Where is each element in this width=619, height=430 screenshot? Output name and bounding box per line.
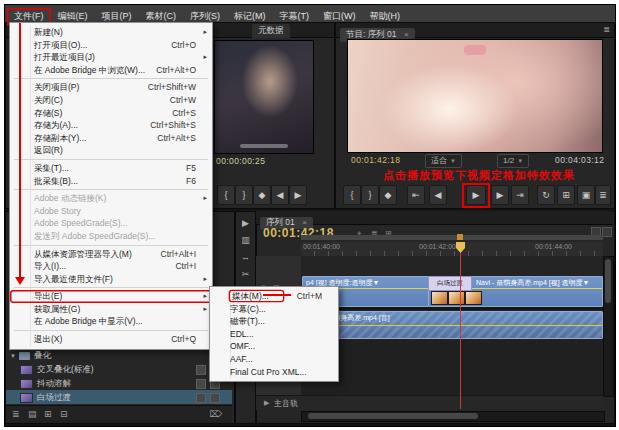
menu-item[interactable]: 返回(R) bbox=[10, 144, 212, 157]
menu-bar-item[interactable]: 窗口(W) bbox=[316, 8, 363, 25]
expand-icon[interactable]: ▼ bbox=[10, 353, 16, 359]
menu-item[interactable]: 导入最近使用文件(F) ▸ bbox=[10, 273, 212, 286]
menu-item-label: 磁带(T)... bbox=[230, 316, 265, 326]
audio-clip[interactable]: Navi - 最萌身高差.mp4 [音] bbox=[302, 311, 603, 339]
menu-item[interactable]: 在 Adobe Bridge 中显示(V)... bbox=[10, 315, 212, 328]
list-item[interactable]: 抖动溶解 bbox=[6, 376, 232, 390]
source-step-back-button[interactable]: ◀ bbox=[271, 185, 289, 205]
panel-menu-icon[interactable]: ≣ bbox=[603, 25, 610, 34]
time-ruler[interactable]: 00:01:40:00 00:01:42:00 00:01:44:00 bbox=[301, 242, 603, 257]
go-to-out-button[interactable]: ⇥ bbox=[511, 185, 529, 205]
menu-item[interactable]: Final Cut Pro XML... bbox=[210, 366, 338, 379]
menu-item[interactable]: 获取属性(G) ▸ bbox=[10, 303, 212, 316]
menu-item-shortcut: Ctrl+Shift+S bbox=[150, 119, 196, 132]
work-area-bar[interactable] bbox=[301, 235, 603, 240]
export-submenu: 媒体(M)... Ctrl+M 字幕(C)... 磁带(T)... EDL...… bbox=[209, 286, 339, 382]
menu-item[interactable]: 关闭项目(P) Ctrl+Shift+W bbox=[10, 81, 212, 94]
menu-bar-item[interactable]: 字幕(T) bbox=[273, 8, 317, 25]
menu-item[interactable]: 关闭(C) Ctrl+W bbox=[10, 94, 212, 107]
menu-item[interactable]: 导出(E) ▸ bbox=[10, 290, 212, 303]
menu-item[interactable]: 退出(X) Ctrl+Q bbox=[10, 333, 212, 346]
menu-item[interactable]: Adobe Story bbox=[10, 205, 212, 218]
menu-item[interactable]: 发送到 Adobe SpeedGrade(S)... bbox=[10, 230, 212, 243]
export-frame-button[interactable]: ▣ bbox=[577, 185, 595, 205]
program-timecode[interactable]: 00:01:42:18 bbox=[351, 155, 400, 165]
add-marker-button[interactable]: ◆ bbox=[379, 185, 397, 205]
menu-item[interactable]: Adobe 动态链接(K) ▸ bbox=[10, 192, 212, 205]
subtitle-smudge bbox=[240, 144, 288, 148]
mark-out-button[interactable]: } bbox=[361, 185, 379, 205]
loop-button[interactable]: ↻ bbox=[537, 185, 555, 205]
menu-item[interactable]: 在 Adobe Bridge 中浏览(W)... Ctrl+Alt+O bbox=[10, 64, 212, 77]
source-mark-out-button[interactable]: } bbox=[235, 185, 253, 205]
item-label: 白场过渡 bbox=[37, 392, 71, 402]
menu-item[interactable]: 存储副本(Y)... Ctrl+Alt+S bbox=[10, 132, 212, 145]
source-add-marker-button[interactable]: ◆ bbox=[253, 185, 271, 205]
new-item-icon[interactable]: ⊟ bbox=[60, 409, 68, 419]
source-play-button[interactable]: ▶ bbox=[289, 185, 307, 205]
menu-item[interactable]: Adobe SpeedGrade(S)... bbox=[10, 217, 212, 230]
mark-in-button[interactable]: { bbox=[343, 185, 361, 205]
track-empty-lane bbox=[301, 338, 603, 396]
program-video-preview bbox=[347, 39, 603, 153]
go-to-in-button[interactable]: ⇤ bbox=[407, 185, 425, 205]
volume-rubber-band[interactable] bbox=[303, 325, 602, 326]
menu-item[interactable]: 导入(I)... Ctrl+I bbox=[10, 260, 212, 273]
horizontal-scrollbar[interactable] bbox=[301, 411, 605, 422]
menu-item[interactable]: 打开最近项目(J) ▸ bbox=[10, 51, 212, 64]
tab-metadata[interactable]: 元数据 bbox=[252, 24, 290, 38]
menu-item[interactable]: AAF... bbox=[210, 353, 338, 366]
scrollbar-thumb[interactable] bbox=[308, 413, 478, 419]
menu-bar-item[interactable]: 帮助(H) bbox=[363, 8, 408, 25]
program-tabstrip: 节目: 序列 01 × ≣ bbox=[336, 23, 614, 38]
vertical-scrollbar[interactable] bbox=[603, 256, 614, 397]
scrollbar-thumb[interactable] bbox=[605, 259, 611, 303]
sequence-marker[interactable] bbox=[457, 234, 463, 240]
transition-clip[interactable]: 白场过渡 bbox=[428, 276, 472, 291]
fit-dropdown[interactable]: 适合▼ bbox=[425, 154, 462, 168]
ripple-edit-tool[interactable]: ↔ bbox=[236, 252, 255, 262]
menu-item[interactable]: 采集(T)... F5 bbox=[10, 162, 212, 175]
close-icon[interactable]: × bbox=[404, 30, 409, 39]
menu-item[interactable]: 批采集(B)... F6 bbox=[10, 175, 212, 188]
track-select-tool[interactable]: ▥ bbox=[236, 235, 255, 245]
menu-item-label: 在 Adobe Bridge 中浏览(W)... bbox=[34, 65, 145, 75]
submenu-arrow-icon: ▸ bbox=[203, 273, 207, 286]
step-back-button[interactable]: ◀ bbox=[429, 185, 447, 205]
selection-tool[interactable]: ▶ bbox=[236, 218, 255, 228]
menu-item[interactable]: 新建(N) ▸ bbox=[10, 26, 212, 39]
menu-item-shortcut: Ctrl+Q bbox=[171, 333, 196, 346]
timeline-option-icon[interactable] bbox=[602, 227, 612, 237]
menu-label: 文件(F) bbox=[14, 11, 44, 21]
razor-tool[interactable]: ✂ bbox=[236, 269, 255, 279]
menu-bar-item[interactable]: 标记(M) bbox=[227, 8, 273, 25]
list-item[interactable]: 白场过渡 bbox=[6, 390, 232, 404]
menu-item[interactable]: 从媒体资源管理器导入(M) Ctrl+Alt+I bbox=[10, 248, 212, 261]
annotation-arrow-head bbox=[15, 277, 25, 285]
menu-item[interactable]: 媒体(M)... Ctrl+M bbox=[210, 290, 338, 303]
source-timecode[interactable]: 00:00:00:25 bbox=[216, 156, 265, 166]
menu-item[interactable]: OMF... bbox=[210, 340, 338, 353]
icon-view-icon[interactable]: ▤ bbox=[28, 409, 37, 419]
menu-item[interactable]: 打开项目(O)... Ctrl+O bbox=[10, 39, 212, 52]
menu-item[interactable]: 存储为(A)... Ctrl+Shift+S bbox=[10, 119, 212, 132]
list-view-icon[interactable]: ≣ bbox=[12, 409, 20, 419]
settings-button[interactable]: ≣ bbox=[595, 185, 611, 205]
playhead-line[interactable] bbox=[460, 242, 461, 409]
menu-item[interactable]: 存储(S) Ctrl+S bbox=[10, 107, 212, 120]
list-item[interactable]: 交叉叠化(标准) bbox=[6, 362, 232, 376]
menu-item[interactable]: 磁带(T)... bbox=[210, 315, 338, 328]
playback-resolution-dropdown[interactable]: 1/2▼ bbox=[497, 154, 529, 168]
new-bin-icon[interactable]: ⊞ bbox=[44, 409, 52, 419]
project-bin-tree: ▼叠化 交叉叠化(标准) 抖动溶解 白场过渡 bbox=[6, 348, 232, 404]
source-mark-in-button[interactable]: { bbox=[217, 185, 235, 205]
menu-item[interactable]: EDL... bbox=[210, 328, 338, 341]
bin-row[interactable]: ▼叠化 bbox=[6, 348, 232, 362]
menu-item-label: 存储(S) bbox=[34, 108, 62, 118]
menu-item-label: 存储副本(Y)... bbox=[34, 133, 86, 143]
step-forward-button[interactable]: ▶ bbox=[491, 185, 509, 205]
menu-item[interactable]: 字幕(C)... bbox=[210, 303, 338, 316]
trash-icon[interactable]: ⌦ bbox=[209, 409, 222, 419]
expand-icon[interactable]: ▶ bbox=[264, 399, 269, 407]
safe-margins-button[interactable]: ⊞ bbox=[557, 185, 575, 205]
